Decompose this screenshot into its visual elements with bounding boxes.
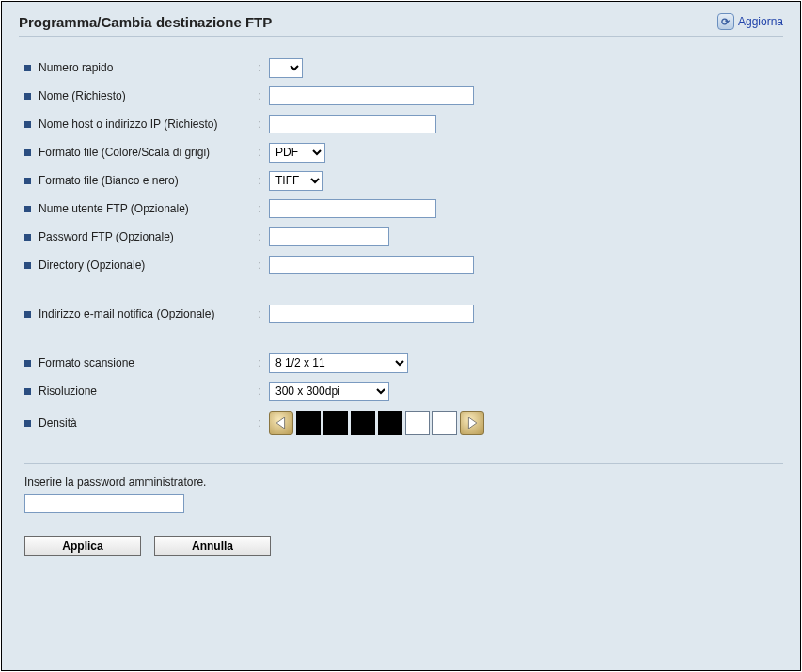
cancel-button[interactable]: Annulla <box>154 536 271 556</box>
ftp-pass-input[interactable] <box>269 227 389 246</box>
density-cell-2 <box>323 411 348 435</box>
label-notify-email: Indirizzo e-mail notifica (Opzionale) <box>39 307 214 320</box>
label-ftp-user: Nume utente FTP (Opzionale) <box>39 202 189 215</box>
file-bw-select[interactable]: TIFF <box>269 171 323 191</box>
label-resolution: Risoluzione <box>39 384 97 398</box>
row-ftp-user: Nume utente FTP (Opzionale) : <box>24 195 783 223</box>
page-header: Programma/Cambia destinazione FTP ⟳ Aggi… <box>19 9 783 37</box>
bullet-icon <box>24 360 31 367</box>
row-directory: Directory (Opzionale) : <box>24 251 783 279</box>
name-input[interactable] <box>269 86 474 105</box>
row-file-bw: Formato file (Bianco e nero) : TIFF <box>24 166 783 195</box>
label-name: Nome (Richiesto) <box>39 89 126 102</box>
bullet-icon <box>24 93 31 100</box>
density-cell-3 <box>351 411 375 435</box>
page-title: Programma/Cambia destinazione FTP <box>19 14 272 30</box>
density-cell-4 <box>378 411 402 435</box>
host-input[interactable] <box>269 115 436 133</box>
refresh-label: Aggiorna <box>738 15 783 28</box>
svg-marker-1 <box>468 417 476 429</box>
row-quick-number: Numero rapido : <box>24 54 783 82</box>
label-ftp-pass: Password FTP (Opzionale) <box>39 230 174 243</box>
resolution-select[interactable]: 300 x 300dpi <box>269 382 389 401</box>
density-increase-button[interactable] <box>460 411 484 435</box>
bullet-icon <box>24 388 31 395</box>
row-ftp-pass: Password FTP (Opzionale) : <box>24 223 783 251</box>
density-decrease-button[interactable] <box>269 411 293 435</box>
scan-size-select[interactable]: 8 1/2 x 11 <box>269 353 408 373</box>
bullet-icon <box>24 178 31 184</box>
label-file-bw: Formato file (Bianco e nero) <box>39 174 179 187</box>
bullet-icon <box>24 420 31 427</box>
label-quick-number: Numero rapido <box>39 61 113 74</box>
ftp-user-input[interactable] <box>269 199 436 218</box>
density-cell-5 <box>405 411 430 435</box>
row-file-color: Formato file (Colore/Scala di grigi) : P… <box>24 138 783 166</box>
label-host: Nome host o indirizzo IP (Richiesto) <box>39 117 218 131</box>
button-row: Applica Annulla <box>24 536 783 556</box>
file-color-select[interactable]: PDF <box>269 143 325 163</box>
quick-number-select[interactable] <box>269 58 303 78</box>
form-body: Numero rapido : Nome (Richiesto) : Nome … <box>19 54 783 556</box>
bullet-icon <box>24 262 31 269</box>
density-cell-6 <box>432 411 457 435</box>
bullet-icon <box>24 234 31 241</box>
notify-email-input[interactable] <box>269 305 474 323</box>
admin-password-label: Inserire la password amministratore. <box>24 476 783 489</box>
bullet-icon <box>24 121 31 128</box>
triangle-left-icon <box>275 417 287 429</box>
bullet-icon <box>24 206 31 212</box>
row-resolution: Risoluzione : 300 x 300dpi <box>24 377 783 405</box>
admin-password-input[interactable] <box>24 494 184 513</box>
row-host: Nome host o indirizzo IP (Richiesto) : <box>24 110 783 138</box>
footer-separator <box>24 463 783 464</box>
density-control <box>269 411 484 435</box>
bullet-icon <box>24 311 31 318</box>
triangle-right-icon <box>466 417 478 429</box>
apply-button[interactable]: Applica <box>24 536 141 556</box>
refresh-icon: ⟳ <box>717 13 734 30</box>
label-file-color: Formato file (Colore/Scala di grigi) <box>39 146 210 159</box>
density-cell-1 <box>296 411 321 435</box>
label-density: Densità <box>39 416 77 430</box>
directory-input[interactable] <box>269 256 474 274</box>
page-container: Programma/Cambia destinazione FTP ⟳ Aggi… <box>1 1 801 671</box>
svg-marker-0 <box>276 417 284 429</box>
row-name: Nome (Richiesto) : <box>24 82 783 110</box>
label-directory: Directory (Opzionale) <box>39 258 145 272</box>
label-scan-size: Formato scansione <box>39 356 134 369</box>
row-scan-size: Formato scansione : 8 1/2 x 11 <box>24 349 783 377</box>
refresh-link[interactable]: ⟳ Aggiorna <box>717 13 783 30</box>
bullet-icon <box>24 149 31 156</box>
row-density: Densità : <box>24 405 783 441</box>
row-notify-email: Indirizzo e-mail notifica (Opzionale) : <box>24 300 783 328</box>
bullet-icon <box>24 65 31 71</box>
